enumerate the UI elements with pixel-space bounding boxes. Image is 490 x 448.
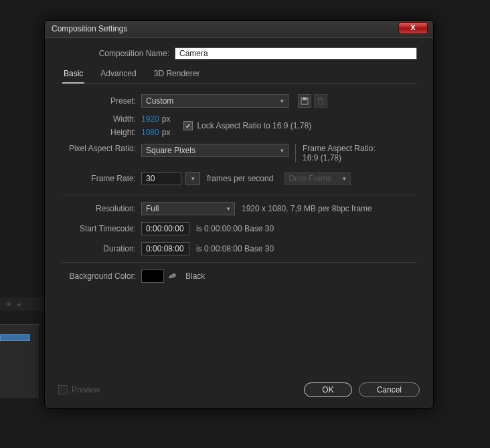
save-icon [301, 97, 309, 105]
chevron-down-icon: ▾ [227, 205, 230, 212]
frame-rate-label: Frame Rate: [61, 174, 141, 183]
start-timecode-input[interactable]: 0:00:00:00 [141, 222, 189, 235]
comp-name-input[interactable] [175, 47, 417, 60]
divider [61, 195, 417, 195]
cancel-button[interactable]: Cancel [359, 382, 420, 397]
tabs: Basic Advanced 3D Renderer [61, 66, 417, 84]
comp-name-label: Composition Name: [88, 49, 175, 58]
resolution-label: Resolution: [61, 204, 141, 213]
tab-basic[interactable]: Basic [62, 66, 84, 84]
height-unit: px [162, 128, 171, 137]
frame-aspect-ratio-label: Frame Aspect Ratio: [303, 144, 376, 153]
tab-advanced[interactable]: Advanced [99, 66, 137, 83]
width-label: Width: [61, 114, 141, 124]
trash-icon [317, 97, 324, 105]
pixel-aspect-ratio-value: Square Pixels [146, 146, 195, 155]
chevron-down-icon: ▾ [343, 175, 346, 182]
chevron-down-icon: ▾ [191, 175, 195, 182]
width-unit: px [162, 114, 171, 124]
duration-label: Duration: [61, 244, 141, 253]
start-timecode-info: is 0:00:00:00 Base 30 [196, 224, 274, 233]
chevron-down-icon: ▾ [280, 98, 284, 104]
divider [61, 262, 417, 263]
lock-aspect-ratio-checkbox[interactable]: ✓ [183, 121, 193, 130]
resolution-info: 1920 x 1080, 7,9 MB per 8bpc frame [242, 204, 372, 213]
close-button[interactable]: X [398, 22, 428, 34]
svg-rect-1 [303, 98, 307, 100]
preview-checkbox [58, 385, 68, 395]
pixel-aspect-ratio-label: Pixel Aspect Ratio: [61, 144, 141, 162]
drop-frame-dropdown: Drop Frame ▾ [284, 172, 351, 185]
titlebar: Composition Settings X [45, 21, 433, 38]
start-timecode-label: Start Timecode: [61, 224, 141, 233]
frame-rate-picker[interactable]: ▾ [185, 172, 200, 185]
background-color-name: Black [185, 271, 205, 281]
bg-icon-2: ● [17, 300, 21, 308]
preset-dropdown[interactable]: Custom ▾ [141, 94, 289, 108]
background-color-swatch[interactable] [141, 269, 164, 283]
resolution-value: Full [146, 204, 159, 213]
delete-preset-button [314, 94, 327, 108]
frame-rate-input[interactable]: 30 [141, 172, 181, 185]
height-value[interactable]: 1080 [141, 128, 159, 137]
duration-info: is 0:00:08:00 Base 30 [196, 244, 274, 253]
duration-input[interactable]: 0:00:08:00 [141, 242, 189, 255]
preview-label: Preview [72, 385, 100, 395]
composition-settings-dialog: Composition Settings X Composition Name:… [44, 20, 434, 409]
background-timeline-bar [0, 334, 30, 341]
frame-aspect-ratio-value: 16:9 (1,78) [303, 153, 376, 162]
pixel-aspect-ratio-dropdown[interactable]: Square Pixels ▾ [141, 144, 289, 157]
width-value[interactable]: 1920 [141, 114, 159, 124]
dialog-footer: Preview OK Cancel [45, 374, 433, 408]
eyedropper-icon[interactable]: ✎ [167, 269, 178, 282]
resolution-dropdown[interactable]: Full ▾ [141, 202, 235, 215]
dialog-title: Composition Settings [52, 24, 127, 33]
save-preset-button[interactable] [298, 94, 311, 108]
background-toolbar: 👁 ● [0, 298, 44, 311]
preset-value: Custom [146, 96, 173, 106]
divider [295, 144, 296, 162]
tab-3d-renderer[interactable]: 3D Renderer [153, 66, 201, 83]
frame-rate-suffix: frames per second [207, 174, 273, 183]
bg-icon-1: 👁 [5, 300, 13, 308]
drop-frame-value: Drop Frame [289, 174, 331, 183]
ok-button[interactable]: OK [304, 382, 351, 397]
height-label: Height: [61, 128, 141, 137]
preset-label: Preset: [61, 96, 141, 106]
chevron-down-icon: ▾ [280, 147, 284, 154]
lock-aspect-ratio-label: Lock Aspect Ratio to 16:9 (1,78) [197, 121, 311, 130]
background-color-label: Background Color: [61, 271, 141, 281]
